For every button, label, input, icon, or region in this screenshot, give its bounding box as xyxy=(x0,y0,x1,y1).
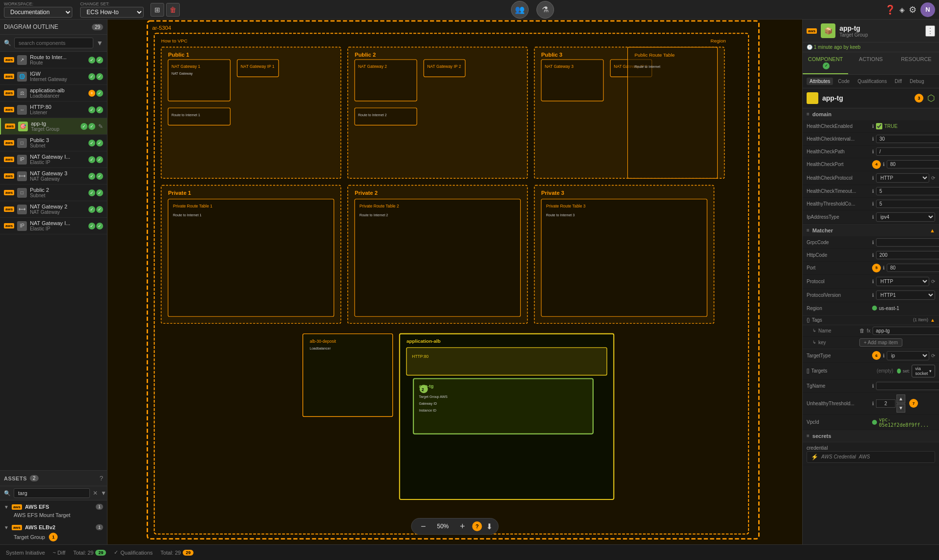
httpc-info-icon[interactable]: ℹ xyxy=(872,252,874,258)
component-item-apptg[interactable]: aws 🎯 app-tg Target Group ✓ ✓ ✎ xyxy=(0,118,107,135)
assets-help-icon[interactable]: ? xyxy=(100,475,103,482)
avatar[interactable]: N xyxy=(920,2,935,17)
help-button[interactable]: ❓ xyxy=(885,4,896,15)
tt-info-icon[interactable]: ℹ xyxy=(883,353,885,358)
httpc-input[interactable] xyxy=(876,251,939,259)
discord-button[interactable]: ◈ xyxy=(899,6,905,14)
component-item-alb[interactable]: aws ⚖ application-alb Loadbalancer + ✓ xyxy=(0,85,107,102)
hci-input[interactable] xyxy=(876,135,939,143)
iat-info-icon[interactable]: ℹ xyxy=(872,214,874,220)
component-item-natgw2[interactable]: aws ⟷ NAT Gateway 2 NAT Gateway ✓ ✓ xyxy=(0,201,107,218)
ut-increment-button[interactable]: ▲ xyxy=(896,394,905,403)
hcprotocol-info-icon[interactable]: ℹ xyxy=(872,175,874,181)
canvas-area[interactable]: ar-5304 How to VPC Region Public 1 NAT G… xyxy=(107,20,802,544)
tt-select[interactable]: ip xyxy=(887,351,929,360)
fx-icon[interactable]: fx xyxy=(867,328,871,333)
hcport-input[interactable] xyxy=(887,160,939,168)
changeset-select[interactable]: ECS How-to xyxy=(80,7,144,18)
ut-input[interactable] xyxy=(876,399,896,408)
assets-search-input[interactable] xyxy=(14,488,90,498)
port-input[interactable] xyxy=(887,264,939,272)
port-info-icon[interactable]: ℹ xyxy=(883,265,885,270)
edit-icon[interactable]: ✎ xyxy=(98,123,103,130)
ut-decrement-button[interactable]: ▼ xyxy=(896,404,905,413)
htc-input[interactable] xyxy=(876,200,939,208)
component-item-natgw-elastic1[interactable]: aws IP NAT Gateway I... Elastic IP ✓ ✓ xyxy=(0,151,107,168)
pv-select[interactable]: HTTP1 xyxy=(876,290,935,300)
hcprotocol-reset-icon[interactable]: ⟳ xyxy=(931,175,935,181)
efs-mount-target-item[interactable]: AWS EFS Mount Target xyxy=(4,511,103,519)
zoom-help-button[interactable]: ? xyxy=(472,521,482,531)
component-item-natgw-elastic2[interactable]: aws IP NAT Gateway I... Elastic IP ✓ ✓ xyxy=(0,218,107,234)
name-tag-input[interactable] xyxy=(873,327,939,335)
tags-section-header[interactable]: {} Tags (1 Item) ▲ xyxy=(803,315,939,325)
search-input[interactable] xyxy=(14,38,93,48)
hct-input[interactable] xyxy=(876,187,939,195)
tab-resource[interactable]: RESOURCE xyxy=(894,52,939,74)
htc-info-icon[interactable]: ℹ xyxy=(872,201,874,207)
tgname-info-icon[interactable]: ℹ xyxy=(872,383,874,389)
component-item-route[interactable]: aws ↗ Route to Inter... Route ✓ ✓ xyxy=(0,52,107,68)
grid-view-button[interactable]: ⊞ xyxy=(150,3,164,17)
component-item-public2[interactable]: aws □ Public 2 Subnet ✓ ✓ xyxy=(0,185,107,201)
sub-tab-debug[interactable]: Debug xyxy=(907,78,927,85)
delete-button[interactable]: 🗑 xyxy=(166,3,180,17)
assets-clear-icon[interactable]: ✕ xyxy=(93,490,98,497)
hcport-info-icon[interactable]: ℹ xyxy=(883,162,885,167)
zoom-download-button[interactable]: ⬇ xyxy=(486,522,492,531)
delete-tag-icon[interactable]: 🗑 xyxy=(859,328,865,333)
sub-tab-attributes[interactable]: Attributes xyxy=(807,78,833,85)
hct-info-icon[interactable]: ℹ xyxy=(872,188,874,194)
iat-select[interactable]: ipv4 xyxy=(876,212,935,222)
zoom-out-button[interactable]: − xyxy=(418,520,429,532)
people-button[interactable]: 👥 xyxy=(511,1,529,19)
efs-category-header[interactable]: ▼ aws AWS EFS 1 xyxy=(4,502,103,511)
zoom-in-button[interactable]: + xyxy=(457,520,469,532)
ut-info-icon[interactable]: ℹ xyxy=(872,401,874,406)
experiment-button[interactable]: ⚗ xyxy=(536,1,554,19)
matcher-section-header[interactable]: ≡ Matcher ▲ xyxy=(803,225,939,236)
component-item-igw[interactable]: aws 🌐 IGW Internet Gateway ✓ ✓ xyxy=(0,68,107,85)
secrets-section-header[interactable]: ≡ secrets xyxy=(803,430,939,442)
via-socket-button[interactable]: via socket ▾ xyxy=(912,365,935,377)
sub-tab-code[interactable]: Code xyxy=(835,78,853,85)
assets-filter-icon[interactable]: ▼ xyxy=(101,490,107,497)
component-item-public3[interactable]: aws □ Public 3 Subnet ✓ ✓ xyxy=(0,135,107,151)
add-map-item-button[interactable]: + Add map item xyxy=(859,338,902,347)
diff-label[interactable]: ~ Diff xyxy=(53,550,65,556)
hcprotocol-select[interactable]: HTTP xyxy=(876,173,929,183)
elbv2-category-header[interactable]: ▼ aws AWS ELBv2 1 xyxy=(4,523,103,532)
tab-actions[interactable]: ACTIONS xyxy=(848,52,894,74)
tt-reset-icon[interactable]: ⟳ xyxy=(931,353,935,358)
credential-box[interactable]: ⚡ AWS Credential AWS xyxy=(807,451,935,463)
region-dot xyxy=(872,306,877,311)
hcp-info-icon[interactable]: ℹ xyxy=(872,149,874,154)
component-item-http80[interactable]: aws ↔ HTTP:80 Listener ✓ ✓ xyxy=(0,102,107,118)
panel-menu-button[interactable]: ⋮ xyxy=(925,25,935,37)
protocol-info-icon[interactable]: ℹ xyxy=(872,279,874,284)
component-item-natgw3[interactable]: aws ⟷ NAT Gateway 3 NAT Gateway ✓ ✓ xyxy=(0,168,107,185)
hce-info-icon[interactable]: ℹ xyxy=(872,124,874,129)
target-group-asset-row[interactable]: Target Group 1 xyxy=(4,532,103,542)
component-title: app-tg xyxy=(822,94,911,102)
grpc-info-icon[interactable]: ℹ xyxy=(872,240,874,245)
settings-button[interactable]: ⚙ xyxy=(909,4,917,15)
filter-icon[interactable]: ▼ xyxy=(96,39,103,47)
sub-tab-diff[interactable]: Diff xyxy=(892,78,905,85)
tab-component[interactable]: COMPONENT ✓ xyxy=(803,52,848,74)
sub-tab-qualifications[interactable]: Qualifications xyxy=(854,78,890,85)
hcport-label: HealthCheckPort xyxy=(807,162,870,167)
hcp-input[interactable] xyxy=(876,147,939,156)
tgname-input[interactable] xyxy=(876,382,939,390)
hci-info-icon[interactable]: ℹ xyxy=(872,136,874,142)
protocol-reset-icon[interactable]: ⟳ xyxy=(931,279,935,284)
tags-info-icon[interactable]: ▲ xyxy=(930,317,935,323)
domain-section-header[interactable]: ≡ domain xyxy=(803,108,939,120)
status-check-2: ✓ xyxy=(88,123,95,130)
3d-cube-icon[interactable]: ⬡ xyxy=(927,93,935,104)
grpc-input[interactable] xyxy=(876,238,939,247)
hce-checkbox[interactable] xyxy=(876,123,882,129)
pv-info-icon[interactable]: ℹ xyxy=(872,292,874,298)
protocol-select[interactable]: HTTP xyxy=(876,277,929,286)
workspace-select[interactable]: Documentation xyxy=(4,7,72,18)
